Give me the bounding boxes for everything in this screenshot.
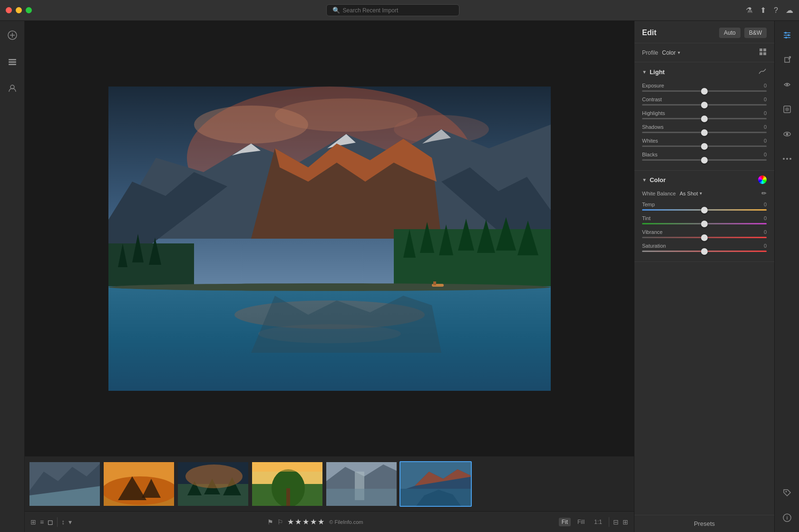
tint-thumb[interactable] — [701, 221, 708, 227]
filter-icon[interactable]: ⚗ — [746, 6, 752, 15]
vibrance-thumb[interactable] — [701, 234, 708, 241]
vibrance-slider-row: Vibrance 0 — [642, 229, 767, 238]
metadata-tag-icon[interactable] — [779, 484, 796, 502]
eyedropper-icon[interactable]: ✏ — [761, 190, 767, 197]
filmstrip-item-active[interactable] — [400, 461, 472, 507]
vibrance-value: 0 — [764, 229, 767, 235]
svg-rect-57 — [252, 462, 323, 472]
filmstrip-item[interactable] — [177, 461, 249, 507]
highlights-slider[interactable] — [642, 118, 767, 119]
svg-point-75 — [788, 34, 789, 36]
far-right-panel: i — [774, 21, 799, 532]
presets-button[interactable]: Presets — [634, 515, 774, 532]
cloud-icon[interactable]: ☁ — [786, 6, 793, 15]
saturation-thumb[interactable] — [701, 248, 708, 255]
fit-view-button[interactable]: Fit — [559, 518, 571, 526]
bottom-left-tools: ⊞ ≡ ◻ ↕ ▾ — [30, 517, 72, 527]
tint-slider[interactable] — [642, 223, 767, 224]
color-wheel-icon[interactable] — [758, 175, 767, 184]
people-icon[interactable] — [4, 80, 21, 97]
bw-button[interactable]: B&W — [744, 28, 767, 38]
saturation-slider[interactable] — [642, 251, 767, 252]
close-button[interactable] — [6, 7, 12, 13]
color-section-header[interactable]: ▼ Color — [642, 175, 767, 184]
help-icon[interactable]: ? — [774, 6, 778, 15]
white-balance-dropdown[interactable]: As Shot ▾ — [680, 191, 702, 196]
redeye-icon[interactable] — [779, 126, 796, 143]
shadows-thumb[interactable] — [701, 129, 708, 136]
shadows-slider[interactable] — [642, 132, 767, 133]
separator — [57, 517, 58, 527]
crop-rotate-icon[interactable] — [779, 51, 796, 68]
exposure-label: Exposure — [642, 83, 664, 88]
titlebar: 🔍 ⚗ ⬆ ? ☁ — [0, 0, 799, 21]
center-area: ⊞ ≡ ◻ ↕ ▾ ⚑ ⚐ ★★★★★ © FileInfo.com Fit F… — [25, 21, 634, 532]
vibrance-slider[interactable] — [642, 237, 767, 238]
temp-slider[interactable] — [642, 209, 767, 211]
filmstrip-item[interactable] — [29, 461, 101, 507]
star-rating[interactable]: ★★★★★ — [287, 517, 325, 526]
profile-value: Color — [662, 49, 676, 56]
copyright-text: © FileInfo.com — [329, 519, 363, 525]
light-curve-icon[interactable] — [758, 67, 767, 77]
filmstrip-item[interactable] — [103, 461, 175, 507]
sort-icon[interactable]: ↕ — [61, 518, 65, 526]
blacks-label: Blacks — [642, 152, 657, 157]
bottom-toolbar: ⊞ ≡ ◻ ↕ ▾ ⚑ ⚐ ★★★★★ © FileInfo.com Fit F… — [25, 511, 634, 532]
filmstrip-item[interactable] — [325, 461, 398, 507]
highlights-value: 0 — [764, 110, 767, 116]
blacks-slider-row: Blacks 0 — [642, 152, 767, 161]
flag-icon[interactable]: ⚑ — [267, 518, 273, 526]
search-icon: 🔍 — [332, 7, 340, 14]
contrast-label: Contrast — [642, 97, 662, 102]
maximize-button[interactable] — [26, 7, 32, 13]
exposure-slider[interactable] — [642, 90, 767, 92]
single-view-icon[interactable]: ◻ — [48, 518, 53, 526]
whites-slider[interactable] — [642, 145, 767, 147]
sort-dropdown-icon[interactable]: ▾ — [68, 518, 72, 526]
side-by-side-icon[interactable]: ⊞ — [623, 518, 628, 526]
more-tools-icon[interactable] — [779, 150, 796, 167]
add-icon[interactable] — [4, 27, 21, 44]
filmstrip-item[interactable] — [251, 461, 323, 507]
contrast-slider[interactable] — [642, 104, 767, 106]
minimize-button[interactable] — [16, 7, 22, 13]
temp-thumb[interactable] — [701, 207, 708, 213]
heal-icon[interactable] — [779, 76, 796, 93]
masking-icon[interactable] — [779, 101, 796, 118]
profile-chevron-icon: ▾ — [678, 50, 680, 55]
svg-marker-35 — [251, 296, 441, 353]
grid-view-icon[interactable]: ⊞ — [30, 518, 36, 526]
info-icon[interactable]: i — [779, 509, 796, 526]
search-box[interactable]: 🔍 — [326, 4, 459, 16]
auto-button[interactable]: Auto — [719, 28, 741, 38]
white-balance-label: White Balance — [642, 191, 676, 196]
contrast-thumb[interactable] — [701, 102, 708, 108]
compare-icon[interactable]: ⊟ — [613, 518, 619, 526]
temp-slider-row: Temp 0 — [642, 202, 767, 211]
shadows-slider-row: Shadows 0 — [642, 124, 767, 133]
blacks-slider[interactable] — [642, 159, 767, 161]
exposure-slider-row: Exposure 0 — [642, 83, 767, 92]
blacks-thumb[interactable] — [701, 157, 708, 164]
share-icon[interactable]: ⬆ — [760, 6, 766, 15]
exposure-thumb[interactable] — [701, 88, 708, 95]
svg-point-76 — [785, 37, 787, 39]
library-icon[interactable] — [4, 53, 21, 70]
svg-point-83 — [783, 158, 785, 160]
whites-thumb[interactable] — [701, 143, 708, 150]
list-view-icon[interactable]: ≡ — [40, 518, 44, 526]
ratio-view-button[interactable]: 1:1 — [591, 518, 605, 526]
flag2-icon[interactable]: ⚐ — [277, 518, 283, 526]
fill-view-button[interactable]: Fill — [575, 518, 587, 526]
profile-grid-icon[interactable] — [759, 48, 767, 57]
profile-dropdown[interactable]: Color ▾ — [662, 49, 680, 56]
edit-sliders-icon[interactable] — [779, 27, 796, 44]
light-section-header[interactable]: ▼ Light — [642, 67, 767, 77]
edit-header: Edit Auto B&W — [634, 21, 774, 43]
main-layout: ⊞ ≡ ◻ ↕ ▾ ⚑ ⚐ ★★★★★ © FileInfo.com Fit F… — [0, 21, 799, 532]
profile-label: Profile — [642, 49, 658, 56]
whites-label: Whites — [642, 138, 658, 144]
highlights-thumb[interactable] — [701, 116, 708, 122]
search-input[interactable] — [343, 7, 453, 14]
